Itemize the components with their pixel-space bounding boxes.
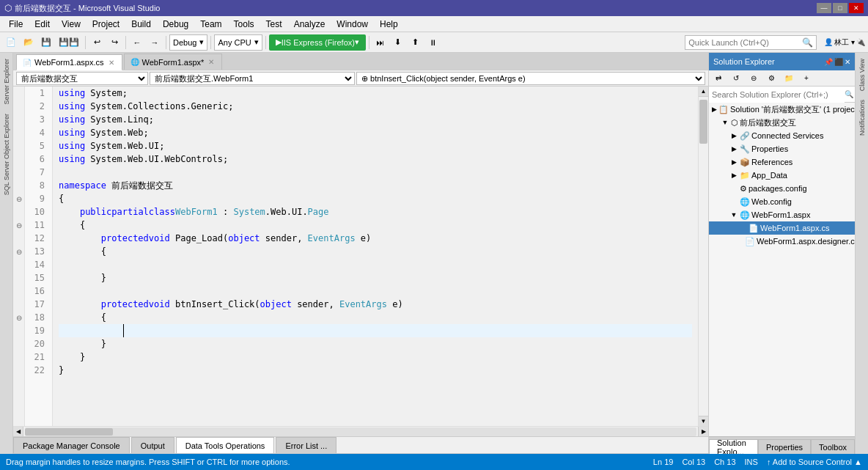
se-collapse-all-button[interactable]: ⊖ [746, 72, 762, 85]
h-scroll-thumb[interactable] [25, 428, 113, 436]
notifications-tab[interactable]: Notifications [857, 95, 867, 140]
editor-wrapper: 📄 WebForm1.aspx.cs ✕ 🌐 WebForm1.aspx* ✕ … [13, 53, 708, 454]
expand-icon[interactable]: ▶ [729, 145, 738, 153]
sql-server-explorer-tab[interactable]: SQL Server Object Explorer [1, 109, 12, 199]
menu-item-test[interactable]: Test [260, 18, 288, 31]
se-dock-icon[interactable]: ⬛ [834, 58, 843, 66]
tab-webform1-aspx[interactable]: 🌐 WebForm1.aspx* ✕ [124, 54, 223, 70]
se-webform1-aspx-cs-item[interactable]: ▶ 📄 WebForm1.aspx.cs [709, 221, 855, 235]
code-editor[interactable]: using System; using System.Collections.G… [53, 87, 698, 426]
tab-row: 📄 WebForm1.aspx.cs ✕ 🌐 WebForm1.aspx* ✕ [13, 53, 708, 70]
expand-icon[interactable]: ▶ [729, 172, 738, 179]
expand-icon[interactable]: ▶ [729, 158, 738, 166]
se-refresh-button[interactable]: ↺ [728, 72, 744, 85]
output-tab[interactable]: Output [131, 437, 174, 453]
se-sync-button[interactable]: ⇄ [710, 72, 727, 85]
editor-scrollbar[interactable]: ▲ ▼ [698, 87, 708, 426]
se-webform1-designer-item[interactable]: ▶ 📄 WebForm1.aspx.designer.c... [709, 235, 855, 248]
properties-footer-tab[interactable]: Properties [758, 439, 811, 454]
menu-item-analyze[interactable]: Analyze [288, 18, 331, 31]
debug-config-dropdown[interactable]: Debug ▾ [169, 34, 207, 51]
menu-item-file[interactable]: File [3, 18, 29, 31]
user-icon: 👤 [824, 38, 833, 46]
save-button[interactable]: 💾 [38, 34, 54, 51]
forward-button[interactable]: → [147, 34, 163, 51]
collapse-btn-insert[interactable]: ⊖ [13, 311, 24, 324]
se-properties-item[interactable]: ▶ 🔧 Properties [709, 142, 855, 155]
se-close-icon[interactable]: ✕ [845, 58, 850, 66]
redo-button[interactable]: ↪ [106, 34, 122, 51]
se-show-all-files-button[interactable]: 📁 [781, 72, 797, 85]
save-all-button[interactable]: 💾💾 [56, 34, 82, 51]
scroll-left-button[interactable]: ◀ [13, 427, 23, 437]
se-packages-config-item[interactable]: ▶ ⚙ packages.config [709, 182, 855, 195]
menu-item-debug[interactable]: Debug [157, 18, 194, 31]
collapse-class[interactable]: ⊖ [13, 219, 24, 232]
step-into-button[interactable]: ⬇ [390, 34, 406, 51]
toolbox-footer-tab[interactable]: Toolbox [811, 439, 855, 454]
minimize-button[interactable]: — [817, 3, 831, 13]
step-out-button[interactable]: ⬆ [408, 34, 424, 51]
menu-item-project[interactable]: Project [87, 18, 125, 31]
breakpoint-button[interactable]: ⏸ [425, 34, 441, 51]
se-web-config-item[interactable]: ▶ 🌐 Web.config [709, 195, 855, 208]
collapse-namespace[interactable]: ⊖ [13, 192, 24, 205]
se-solution-item[interactable]: ▶ 📋 Solution '前后端数据交互' (1 project) [709, 103, 855, 116]
error-list-tab[interactable]: Error List ... [276, 437, 336, 453]
collapse-page-load[interactable]: ⊖ [13, 245, 24, 258]
status-message: Drag margin handles to resize margins. P… [6, 458, 290, 466]
close-button[interactable]: ✕ [849, 3, 864, 13]
step-over-button[interactable]: ⏭ [372, 34, 389, 51]
scroll-right-button[interactable]: ▶ [698, 427, 708, 437]
open-button[interactable]: 📂 [21, 34, 37, 51]
run-button[interactable]: ▶ IIS Express (Firefox) ▾ [269, 34, 366, 51]
horizontal-scrollbar[interactable]: ◀ ▶ [13, 426, 708, 436]
search-icon: 🔍 [802, 37, 813, 48]
platform-dropdown[interactable]: Any CPU ▾ [214, 34, 262, 51]
app-icon: ⬡ [4, 3, 12, 13]
data-tools-operations-tab[interactable]: Data Tools Operations [176, 437, 275, 453]
scroll-up-button[interactable]: ▲ [699, 87, 708, 97]
se-connected-services-item[interactable]: ▶ 🔗 Connected Services [709, 129, 855, 142]
expand-icon[interactable]: ▶ [712, 106, 717, 113]
maximize-button[interactable]: □ [833, 3, 847, 13]
line-marker-gutter: ⊖ ⊖ ⊖ ⊖ [13, 87, 25, 426]
menu-item-tools[interactable]: Tools [228, 18, 260, 31]
tab-close-button[interactable]: ✕ [207, 58, 216, 66]
menu-item-view[interactable]: View [56, 18, 87, 31]
back-button[interactable]: ← [129, 34, 145, 51]
se-tree: ▶ 📋 Solution '前后端数据交互' (1 project) ▼ ⬡ 前… [709, 103, 855, 436]
se-search-input[interactable] [709, 87, 845, 103]
tab-webform1-aspx-cs[interactable]: 📄 WebForm1.aspx.cs ✕ [16, 54, 122, 70]
class-view-tab[interactable]: Class View [857, 54, 867, 95]
member-select[interactable]: 前后端数据交互.WebForm1 [150, 72, 355, 85]
se-project-item[interactable]: ▼ ⬡ 前后端数据交互 [709, 116, 855, 129]
expand-icon[interactable]: ▶ [729, 132, 738, 139]
server-explorer-tab[interactable]: Server Explorer [1, 54, 12, 109]
menu-item-edit[interactable]: Edit [29, 18, 56, 31]
method-select[interactable]: ⊕ btnInsert_Click(object sender, EventAr… [356, 72, 705, 85]
expand-icon[interactable]: ▼ [729, 211, 738, 219]
scroll-down-button[interactable]: ▼ [699, 416, 708, 426]
namespace-select[interactable]: 前后端数据交互 [16, 72, 148, 85]
se-webform1-aspx-item[interactable]: ▼ 🌐 WebForm1.aspx [709, 208, 855, 221]
status-source-control[interactable]: ↑ Add to Source Control ▲ [767, 458, 862, 466]
code-viewport: ⊖ ⊖ ⊖ ⊖ [13, 87, 708, 426]
scroll-thumb[interactable] [699, 100, 707, 144]
tab-close-button[interactable]: ✕ [107, 59, 116, 67]
menu-item-window[interactable]: Window [331, 18, 374, 31]
se-pin-icon[interactable]: 📌 [824, 58, 833, 66]
menu-item-help[interactable]: Help [374, 18, 404, 31]
package-manager-console-tab[interactable]: Package Manager Console [13, 437, 130, 453]
expand-icon[interactable]: ▼ [721, 119, 729, 126]
se-app-data-item[interactable]: ▶ 📁 App_Data [709, 169, 855, 182]
menu-item-build[interactable]: Build [125, 18, 157, 31]
undo-button[interactable]: ↩ [89, 34, 105, 51]
solution-explorer-footer-tab[interactable]: Solution Explo... [709, 439, 758, 454]
se-references-item[interactable]: ▶ 📦 References [709, 155, 855, 169]
se-properties-button[interactable]: ⚙ [763, 72, 779, 85]
menu-item-team[interactable]: Team [194, 18, 227, 31]
se-add-file-button[interactable]: + [798, 72, 814, 85]
quick-launch-input[interactable] [688, 38, 802, 47]
new-project-button[interactable]: 📄 [3, 34, 19, 51]
